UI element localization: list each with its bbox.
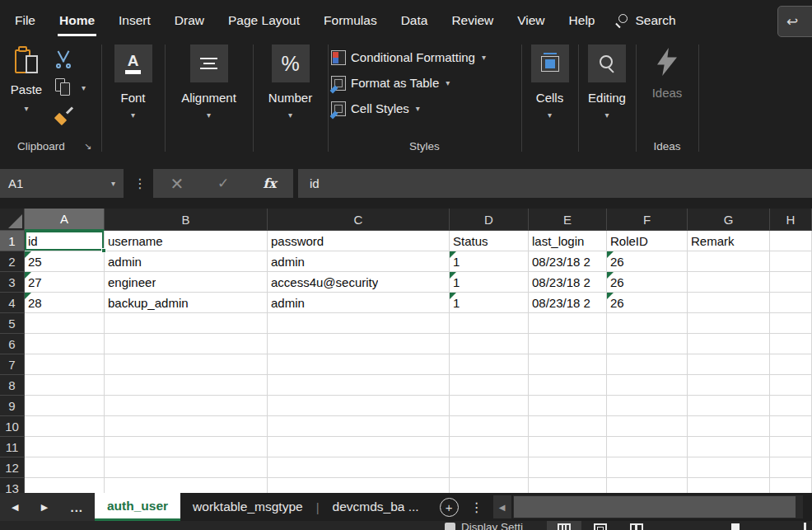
cell-H9[interactable] [770, 396, 812, 416]
styles-button-conditional-formatting[interactable]: Conditional Formatting▾ [331, 48, 522, 67]
ideas-button[interactable]: Ideas [636, 48, 698, 100]
cell-F10[interactable] [607, 416, 688, 437]
cell-E7[interactable] [529, 354, 607, 375]
cell-B2[interactable]: admin [105, 251, 268, 272]
cell-H11[interactable] [770, 437, 812, 457]
cell-H8[interactable] [770, 375, 812, 396]
prev-sheet-icon[interactable]: ◀ [12, 502, 18, 513]
cell-F4[interactable]: 26 [607, 293, 688, 313]
cell-B13[interactable] [105, 478, 268, 493]
cut-button[interactable] [51, 48, 76, 71]
cell-A11[interactable] [25, 437, 105, 457]
cell-E4[interactable]: 08/23/18 2 [529, 293, 607, 313]
cell-G1[interactable]: Remark [688, 231, 770, 251]
cell-E5[interactable] [529, 313, 607, 334]
row-header-7[interactable]: 7 [0, 354, 25, 375]
scroll-left-icon[interactable]: ◀ [493, 495, 511, 518]
cell-F5[interactable] [607, 313, 688, 334]
select-all-corner[interactable] [0, 209, 25, 231]
cell-H13[interactable] [770, 478, 812, 493]
cell-G12[interactable] [688, 457, 770, 478]
row-header-8[interactable]: 8 [0, 375, 25, 396]
cell-H1[interactable] [770, 231, 812, 251]
cell-G8[interactable] [688, 375, 770, 396]
column-header-C[interactable]: C [268, 209, 450, 231]
insert-function-icon[interactable]: fx [263, 176, 276, 191]
cancel-icon[interactable]: ✕ [170, 174, 184, 194]
cell-B5[interactable] [105, 313, 268, 334]
cell-A13[interactable] [25, 478, 105, 493]
cell-D3[interactable]: 1 [450, 272, 529, 293]
styles-button-cell-styles[interactable]: Cell Styles▾ [331, 99, 522, 118]
page-break-view-button[interactable] [619, 521, 654, 530]
cell-C2[interactable]: admin [268, 251, 450, 272]
cell-D4[interactable]: 1 [450, 293, 529, 313]
cell-D5[interactable] [450, 313, 529, 334]
cell-D9[interactable] [450, 396, 529, 416]
cell-G4[interactable] [688, 293, 770, 313]
cell-C12[interactable] [268, 457, 450, 478]
cell-E11[interactable] [529, 437, 607, 457]
cell-A10[interactable] [25, 416, 105, 437]
sheet-tab-devcmds-ba[interactable]: devcmds_ba ... [320, 493, 432, 521]
cell-D6[interactable] [450, 334, 529, 354]
cell-B10[interactable] [105, 416, 268, 437]
column-header-D[interactable]: D [450, 209, 529, 231]
search-button[interactable]: Search [614, 13, 675, 28]
row-header-4[interactable]: 4 [0, 293, 25, 313]
cell-G7[interactable] [688, 354, 770, 375]
cell-E1[interactable]: last_login [529, 231, 607, 251]
column-header-F[interactable]: F [607, 209, 688, 231]
menu-tab-review[interactable]: Review [451, 13, 493, 28]
cell-B6[interactable] [105, 334, 268, 354]
copy-caret-icon[interactable]: ▾ [82, 84, 86, 92]
cell-C6[interactable] [268, 334, 450, 354]
cell-G6[interactable] [688, 334, 770, 354]
zoom-in-icon[interactable] [804, 523, 806, 530]
tab-overflow-button[interactable]: ... [70, 500, 83, 514]
cell-F7[interactable] [607, 354, 688, 375]
row-header-3[interactable]: 3 [0, 272, 25, 293]
cell-A5[interactable] [25, 313, 105, 334]
new-sheet-button[interactable]: + [440, 498, 459, 517]
cell-H12[interactable] [770, 457, 812, 478]
cells-group-button[interactable]: Cells ▾ [521, 45, 578, 120]
menu-tab-view[interactable]: View [517, 13, 544, 28]
cell-B1[interactable]: username [105, 231, 268, 251]
scrollbar-thumb[interactable] [514, 496, 796, 518]
cell-E6[interactable] [529, 334, 607, 354]
cell-B12[interactable] [105, 457, 268, 478]
cell-G11[interactable] [688, 437, 770, 457]
cell-A12[interactable] [25, 457, 105, 478]
cell-E10[interactable] [529, 416, 607, 437]
cell-D10[interactable] [450, 416, 529, 437]
column-header-G[interactable]: G [688, 209, 770, 231]
cell-D7[interactable] [450, 354, 529, 375]
copy-button[interactable] [51, 76, 76, 99]
cell-G13[interactable] [688, 478, 770, 493]
cell-B8[interactable] [105, 375, 268, 396]
cell-F9[interactable] [607, 396, 688, 416]
menu-tab-formulas[interactable]: Formulas [324, 13, 377, 28]
cell-A9[interactable] [25, 396, 105, 416]
cell-B3[interactable]: engineer [105, 272, 268, 293]
cell-B9[interactable] [105, 396, 268, 416]
cell-H7[interactable] [770, 354, 812, 375]
cell-F6[interactable] [607, 334, 688, 354]
row-header-5[interactable]: 5 [0, 313, 25, 334]
cell-F1[interactable]: RoleID [607, 231, 688, 251]
formula-input[interactable]: id [298, 169, 812, 198]
cell-E12[interactable] [529, 457, 607, 478]
cell-C8[interactable] [268, 375, 450, 396]
sheet-tab-worktable-msgtype[interactable]: worktable_msgtype [180, 493, 315, 521]
clipboard-dialog-launcher[interactable]: ↘ [84, 141, 91, 152]
cell-E9[interactable] [529, 396, 607, 416]
cell-H2[interactable] [770, 251, 812, 272]
font-group-button[interactable]: A Font ▾ [101, 45, 165, 120]
cell-D1[interactable]: Status [450, 231, 529, 251]
row-header-10[interactable]: 10 [0, 416, 25, 437]
cell-A1[interactable]: id [25, 231, 105, 251]
row-header-9[interactable]: 9 [0, 396, 25, 416]
cell-A2[interactable]: 25 [25, 251, 105, 272]
column-header-H[interactable]: H [770, 209, 812, 231]
